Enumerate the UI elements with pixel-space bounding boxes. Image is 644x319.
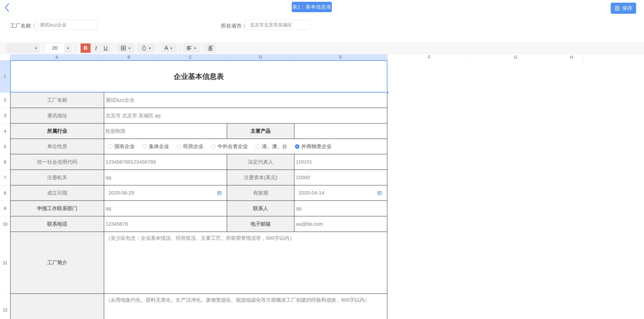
column-header-d[interactable]: D — [227, 54, 294, 60]
toolbar-divider — [180, 44, 180, 52]
row-header-7[interactable]: 7 — [0, 170, 10, 185]
merge-cells-button[interactable] — [206, 43, 216, 53]
row-label-cell[interactable]: 注册机关 — [10, 170, 104, 185]
row-label-cell[interactable]: 主要产品 — [227, 124, 294, 139]
table-row: 统一社会信用代码 123456789123456789 法定代表人 110101 — [10, 154, 387, 170]
row-label-cell[interactable]: 有效期 — [227, 185, 294, 200]
row-value-cell[interactable]: qq — [294, 201, 387, 216]
row-header-9[interactable]: 9 — [0, 201, 10, 216]
row-header-2[interactable]: 2 — [0, 92, 10, 108]
row-header-11[interactable]: 11 — [0, 232, 10, 294]
column-header-c[interactable]: C — [154, 54, 227, 60]
chevron-down-icon: ▼ — [128, 47, 131, 49]
calendar-icon[interactable] — [377, 190, 382, 196]
save-button[interactable]: 保存 — [611, 3, 636, 14]
floppy-disk-icon — [614, 5, 620, 11]
row-header-8[interactable]: 8 — [0, 185, 10, 201]
row-header-3[interactable]: 3 — [0, 108, 10, 124]
fill-color-button[interactable]: ▼ — [137, 43, 155, 53]
column-header-h[interactable]: H — [560, 54, 584, 60]
table-row: 成立日期 2020-06-29 有效期 2020-04-14 — [10, 185, 387, 201]
radio-option-hk-macao-taiwan[interactable]: 港、澳、台 — [256, 143, 287, 150]
row-label-cell[interactable]: 统一社会信用代码 — [10, 154, 104, 170]
province-input[interactable] — [245, 20, 310, 30]
row-header-1[interactable]: 1 — [0, 60, 10, 92]
app-window: 表1：基本信息表 保存 工厂名称： 所在省市： ▼ 20 ▼ B I U ▼ — [0, 0, 644, 319]
date-picker-cell[interactable]: 2020-04-14 — [294, 185, 387, 200]
row-label-cell[interactable]: 联系电话 — [10, 216, 104, 232]
factory-name-input[interactable] — [35, 20, 98, 30]
calendar-icon[interactable] — [217, 190, 222, 196]
font-size-value: 20 — [46, 45, 64, 51]
row-header-5[interactable]: 5 — [0, 139, 10, 154]
borders-button[interactable]: ▼ — [116, 43, 134, 53]
toolbar-divider — [203, 44, 204, 52]
italic-button[interactable]: I — [92, 43, 100, 53]
row-label-cell[interactable]: 工厂简介 — [10, 232, 104, 294]
date-picker-cell[interactable]: 2020-06-29 — [104, 185, 227, 200]
sheet-tab-button[interactable]: 表1：基本信息表 — [292, 2, 332, 12]
bold-button[interactable]: B — [80, 43, 90, 53]
row-label-cell[interactable]: 联系人 — [227, 201, 294, 216]
font-family-dropdown[interactable]: ▼ — [5, 43, 40, 53]
row-header-10[interactable]: 10 — [0, 216, 10, 232]
spreadsheet: A B C D E F G H 1 2 3 4 5 6 7 8 9 10 11 … — [0, 54, 644, 60]
radio-option-state-owned[interactable]: 国有企业 — [108, 143, 134, 150]
save-button-label: 保存 — [622, 5, 632, 12]
chevron-left-icon — [4, 3, 12, 12]
row-value-cell[interactable]: 轮胎制造 — [104, 124, 227, 139]
factory-name-label: 工厂名称： — [10, 22, 36, 29]
table-row: 所属行业 轮胎制造 主要产品 — [10, 124, 387, 139]
column-header-e[interactable]: E — [294, 54, 387, 60]
row-label-cell[interactable]: 电子邮箱 — [227, 216, 294, 232]
sheet-title-cell[interactable]: 企业基本信息表 — [10, 60, 387, 92]
radio-option-private[interactable]: 民营企业 — [177, 143, 203, 150]
row-label-cell[interactable]: 成立日期 — [10, 185, 104, 200]
row-label-cell[interactable]: 法定代表人 — [227, 154, 294, 170]
row-value-cell[interactable]: 北京市 北京市 东城区 qq — [104, 108, 387, 123]
factory-experience-cell[interactable]: （从用地集约化、原料无害化、生产洁净化、废物资源化、能源低碳化等方面概述工厂创建… — [104, 294, 387, 319]
column-header-a[interactable]: A — [10, 54, 104, 60]
row-value-cell[interactable] — [294, 124, 387, 139]
row-label-cell[interactable]: 通讯地址 — [10, 108, 104, 123]
row-value-cell[interactable]: 测试lszz企业 — [104, 92, 387, 108]
chevron-down-icon: ▼ — [170, 47, 173, 49]
row-value-cell[interactable]: aa@bb.com — [294, 216, 387, 232]
column-header-f[interactable]: F — [387, 54, 472, 60]
row-label-cell[interactable]: 单位性质 — [10, 139, 104, 154]
row-label-cell[interactable] — [10, 294, 104, 319]
radio-option-foreign-owned-selected[interactable]: 外商独资企业 — [295, 143, 332, 150]
row-value-cell[interactable]: 123456789123456789 — [104, 154, 227, 170]
form-table: 工厂名称 测试lszz企业 通讯地址 北京市 北京市 东城区 qq 所属行业 轮… — [10, 92, 387, 319]
row-value-cell[interactable]: 12345678 — [104, 216, 227, 232]
radio-option-collective[interactable]: 集体企业 — [142, 143, 169, 150]
row-header-6[interactable]: 6 — [0, 154, 10, 170]
row-value-cell[interactable]: 10000 — [294, 170, 387, 185]
table-row: 联系电话 12345678 电子邮箱 aa@bb.com — [10, 216, 387, 232]
row-value-cell[interactable]: 110101 — [294, 154, 387, 170]
radio-selected-icon — [295, 144, 300, 149]
row-label-cell[interactable]: 工厂名称 — [10, 92, 104, 108]
row-value-cell[interactable]: qq — [104, 170, 227, 185]
column-header-row: A B C D E F G H — [0, 54, 644, 60]
table-row: 单位性质 国有企业 集体企业 民营企业 — [10, 139, 387, 154]
unit-type-radio-group: 国有企业 集体企业 民营企业 中外合资企业 — [104, 139, 387, 154]
factory-intro-cell[interactable]: （至少应包含：企业基本情况、经营状况、主要工艺、所获荣誉情况等，500字以内） — [104, 232, 387, 294]
column-header-g[interactable]: G — [472, 54, 560, 60]
back-button[interactable] — [4, 3, 12, 12]
row-label-cell[interactable]: 申报工作联系部门 — [10, 201, 104, 216]
row-header-4[interactable]: 4 — [0, 124, 10, 139]
row-label-cell[interactable]: 注册资本(美元) — [227, 170, 294, 185]
select-all-corner[interactable] — [0, 54, 10, 60]
underline-button[interactable]: U — [101, 43, 110, 53]
row-header-12[interactable]: 12 — [0, 294, 10, 319]
align-button[interactable]: ▼ — [183, 43, 200, 53]
row-label-cell[interactable]: 所属行业 — [10, 124, 104, 139]
radio-option-joint-venture[interactable]: 中外合资企业 — [211, 143, 248, 150]
row-value-cell[interactable]: qq — [104, 201, 227, 216]
column-header-b[interactable]: B — [104, 54, 154, 60]
font-color-button[interactable]: A ▼ — [161, 43, 176, 53]
font-size-dropdown[interactable]: 20 ▼ — [46, 43, 72, 53]
format-toolbar: ▼ 20 ▼ B I U ▼ ▼ A ▼ — [0, 42, 644, 54]
table-row: 注册机关 qq 注册资本(美元) 10000 — [10, 170, 387, 185]
